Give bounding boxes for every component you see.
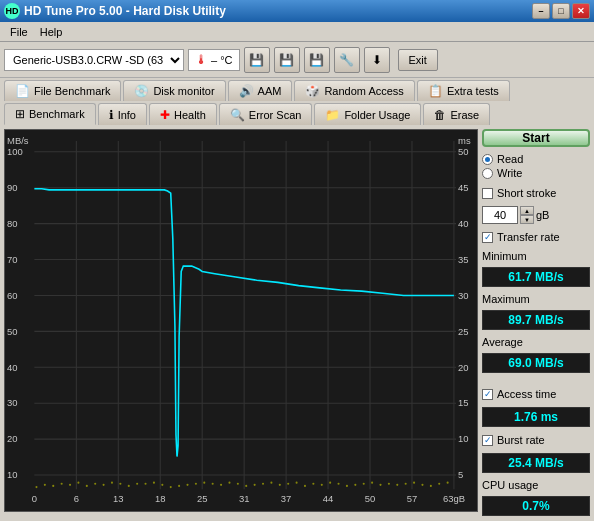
tab-error-scan[interactable]: 🔍 Error Scan (219, 103, 313, 125)
tab-info[interactable]: ℹ Info (98, 103, 147, 125)
svg-point-87 (312, 483, 314, 485)
extra-tests-icon: 📋 (428, 84, 443, 98)
svg-text:44: 44 (323, 493, 334, 504)
maximize-button[interactable]: □ (552, 3, 570, 19)
spinbox-unit: gB (536, 209, 549, 221)
svg-point-62 (103, 484, 105, 486)
burst-rate-label: Burst rate (497, 434, 545, 446)
svg-text:60: 60 (7, 290, 18, 301)
svg-point-99 (413, 482, 415, 484)
tab-aam[interactable]: 🔊 AAM (228, 80, 293, 101)
cpu-usage-label: CPU usage (482, 479, 590, 491)
tab-health[interactable]: ✚ Health (149, 103, 217, 125)
close-button[interactable]: ✕ (572, 3, 590, 19)
svg-point-86 (304, 485, 306, 487)
minimize-button[interactable]: – (532, 3, 550, 19)
spinbox-down[interactable]: ▼ (520, 215, 534, 224)
spinbox-input[interactable] (482, 206, 518, 224)
svg-text:57: 57 (407, 493, 418, 504)
svg-point-77 (228, 482, 230, 484)
svg-text:10: 10 (7, 469, 18, 480)
svg-text:40: 40 (458, 218, 469, 229)
access-time-checkbox[interactable]: ✓ (482, 389, 493, 400)
start-button[interactable]: Start (482, 129, 590, 147)
svg-point-75 (212, 483, 214, 485)
title-bar-text: HD Tune Pro 5.00 - Hard Disk Utility (24, 4, 532, 18)
svg-text:70: 70 (7, 254, 18, 265)
svg-point-55 (44, 484, 46, 486)
toolbar-btn-2[interactable]: 💾 (274, 47, 300, 73)
burst-rate-item[interactable]: ✓ Burst rate (482, 434, 590, 446)
exit-button[interactable]: Exit (398, 49, 438, 71)
write-label: Write (497, 167, 522, 179)
drive-select[interactable]: Generic-USB3.0.CRW -SD (63 gB) (4, 49, 184, 71)
tab-random-access[interactable]: 🎲 Random Access (294, 80, 414, 101)
tab-disk-monitor[interactable]: 💿 Disk monitor (123, 80, 225, 101)
svg-point-72 (186, 484, 188, 486)
svg-text:40: 40 (7, 361, 18, 372)
svg-point-103 (447, 482, 449, 484)
transfer-rate-item[interactable]: ✓ Transfer rate (482, 231, 590, 243)
write-radio-item[interactable]: Write (482, 167, 590, 179)
spinbox-up[interactable]: ▲ (520, 206, 534, 215)
svg-text:ms: ms (458, 135, 471, 146)
svg-point-69 (161, 484, 163, 486)
tab-extra-tests[interactable]: 📋 Extra tests (417, 80, 510, 101)
svg-point-91 (346, 485, 348, 487)
tab-folder-usage[interactable]: 📁 Folder Usage (314, 103, 421, 125)
transfer-rate-checkbox[interactable]: ✓ (482, 232, 493, 243)
svg-text:30: 30 (7, 397, 18, 408)
temp-value: – °C (211, 54, 233, 66)
svg-point-76 (220, 484, 222, 486)
short-stroke-checkbox[interactable] (482, 188, 493, 199)
toolbar-btn-5[interactable]: ⬇ (364, 47, 390, 73)
svg-point-93 (363, 483, 365, 485)
burst-rate-value: 25.4 MB/s (482, 453, 590, 473)
menu-help[interactable]: Help (34, 24, 69, 40)
svg-point-101 (430, 485, 432, 487)
read-radio-item[interactable]: Read (482, 153, 590, 165)
toolbar-btn-1[interactable]: 💾 (244, 47, 270, 73)
svg-point-64 (119, 483, 121, 485)
tabs-row1: 📄 File Benchmark 💿 Disk monitor 🔊 AAM 🎲 … (0, 78, 594, 101)
spinbox-buttons: ▲ ▼ (520, 206, 534, 224)
svg-point-60 (86, 485, 88, 487)
access-time-item[interactable]: ✓ Access time (482, 388, 590, 400)
tab-benchmark[interactable]: ⊞ Benchmark (4, 103, 96, 125)
svg-point-61 (94, 483, 96, 485)
svg-point-57 (61, 483, 63, 485)
menu-file[interactable]: File (4, 24, 34, 40)
svg-point-74 (203, 482, 205, 484)
svg-point-95 (379, 484, 381, 486)
folder-usage-icon: 📁 (325, 108, 340, 122)
svg-text:80: 80 (7, 218, 18, 229)
write-radio[interactable] (482, 168, 493, 179)
svg-point-98 (405, 483, 407, 485)
svg-text:18: 18 (155, 493, 166, 504)
toolbar: Generic-USB3.0.CRW -SD (63 gB) 🌡 – °C 💾 … (0, 42, 594, 78)
info-icon: ℹ (109, 108, 114, 122)
svg-text:20: 20 (7, 433, 18, 444)
spinbox-row: ▲ ▼ gB (482, 206, 590, 224)
svg-point-59 (77, 482, 79, 484)
main-content: MB/s 100 90 80 70 60 50 40 30 20 10 ms 5… (0, 125, 594, 516)
tabs-row2: ⊞ Benchmark ℹ Info ✚ Health 🔍 Error Scan… (0, 101, 594, 125)
erase-icon: 🗑 (434, 108, 446, 122)
svg-point-96 (388, 483, 390, 485)
svg-point-94 (371, 482, 373, 484)
toolbar-btn-4[interactable]: 🔧 (334, 47, 360, 73)
menu-bar: File Help (0, 22, 594, 42)
burst-rate-checkbox[interactable]: ✓ (482, 435, 493, 446)
tab-file-benchmark[interactable]: 📄 File Benchmark (4, 80, 121, 101)
svg-point-81 (262, 483, 264, 485)
average-value: 69.0 MB/s (482, 353, 590, 373)
svg-text:90: 90 (7, 182, 18, 193)
short-stroke-item[interactable]: Short stroke (482, 187, 590, 199)
minimum-value: 61.7 MB/s (482, 267, 590, 287)
health-icon: ✚ (160, 108, 170, 122)
disk-monitor-icon: 💿 (134, 84, 149, 98)
toolbar-btn-3[interactable]: 💾 (304, 47, 330, 73)
tab-erase[interactable]: 🗑 Erase (423, 103, 490, 125)
read-radio[interactable] (482, 154, 493, 165)
svg-text:50: 50 (365, 493, 376, 504)
